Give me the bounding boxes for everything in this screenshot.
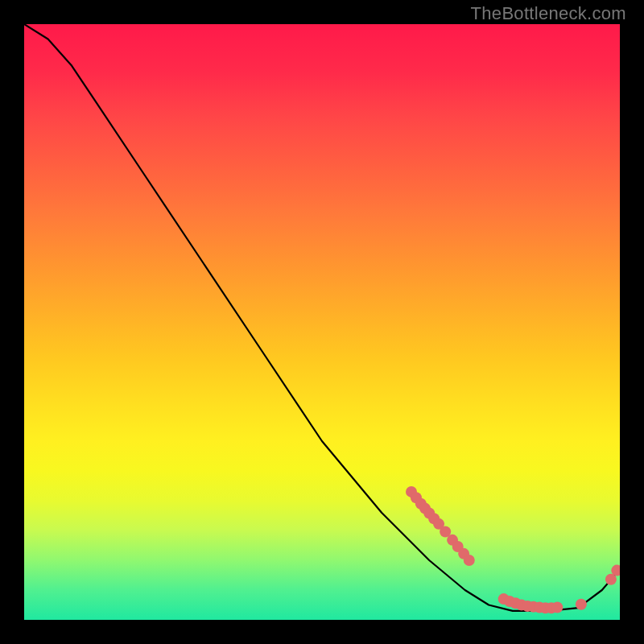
chart-plot-area xyxy=(24,24,620,620)
chart-data-point xyxy=(576,599,587,610)
chart-overlay xyxy=(24,24,620,620)
chart-data-point xyxy=(464,555,475,566)
watermark-text: TheBottleneck.com xyxy=(471,3,626,24)
chart-curve xyxy=(24,24,620,611)
chart-data-points xyxy=(406,486,620,613)
chart-data-point xyxy=(551,601,563,613)
